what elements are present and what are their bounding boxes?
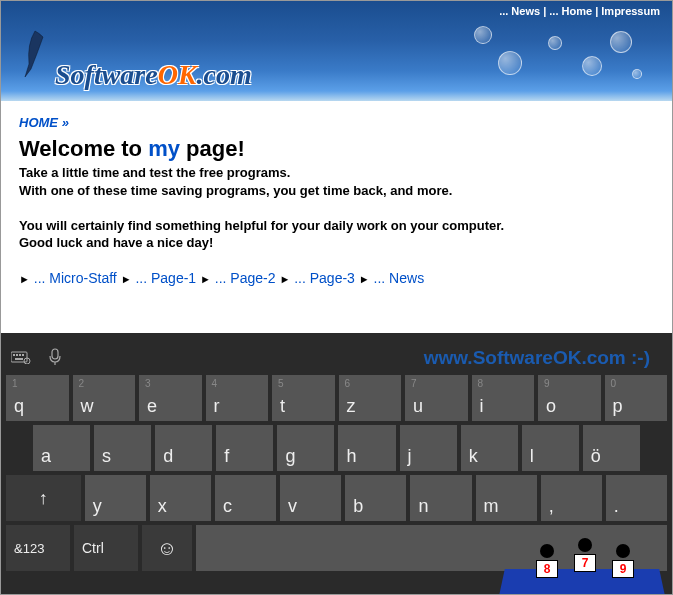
score-card: 8 xyxy=(536,560,558,578)
key-.[interactable]: . xyxy=(606,475,667,521)
key-u[interactable]: 7u xyxy=(405,375,468,421)
key-v[interactable]: v xyxy=(280,475,341,521)
key-p[interactable]: 0p xyxy=(605,375,668,421)
score-judges: 8 7 9 xyxy=(528,538,642,594)
score-card: 7 xyxy=(574,554,596,572)
key-c[interactable]: c xyxy=(215,475,276,521)
judge: 7 xyxy=(566,538,604,588)
page-title: Welcome to my page! xyxy=(19,136,654,162)
keyboard-settings-icon[interactable] xyxy=(11,350,31,364)
nav-link-page1[interactable]: ... Page-1 xyxy=(135,270,196,286)
key-h[interactable]: h xyxy=(338,425,395,471)
nav-link-page2[interactable]: ... Page-2 xyxy=(215,270,276,286)
key-n[interactable]: n xyxy=(410,475,471,521)
logo-text: SoftwareOK.com xyxy=(55,59,252,91)
key-symbols[interactable]: &123 xyxy=(6,525,70,571)
key-ö[interactable]: ö xyxy=(583,425,640,471)
arrow-icon: ► xyxy=(121,273,132,285)
top-links: ... News | ... Home | Impressum xyxy=(499,5,660,17)
microphone-icon[interactable] xyxy=(49,348,61,366)
svg-rect-7 xyxy=(52,349,58,359)
arrow-icon: ► xyxy=(359,273,370,285)
key-l[interactable]: l xyxy=(522,425,579,471)
key-f[interactable]: f xyxy=(216,425,273,471)
svg-rect-3 xyxy=(19,354,21,356)
key-shift[interactable]: ↑ xyxy=(6,475,81,521)
key-w[interactable]: 2w xyxy=(73,375,136,421)
url-watermark: www.SoftwareOK.com :-) xyxy=(424,347,650,369)
intro-line: Good luck and have a nice day! xyxy=(19,234,654,252)
key-emoji[interactable]: ☺ xyxy=(142,525,192,571)
key-r[interactable]: 4r xyxy=(206,375,269,421)
key-m[interactable]: m xyxy=(476,475,537,521)
key-,[interactable]: , xyxy=(541,475,602,521)
bubble-decoration xyxy=(498,51,522,75)
top-link-impressum[interactable]: Impressum xyxy=(601,5,660,17)
breadcrumb: HOME » xyxy=(19,115,654,130)
site-logo[interactable]: SoftwareOK.com xyxy=(19,41,252,91)
bubble-decoration xyxy=(582,56,602,76)
bubble-decoration xyxy=(610,31,632,53)
intro-line: Take a little time and test the free pro… xyxy=(19,164,654,182)
arrow-icon: ► xyxy=(19,273,30,285)
page-content: HOME » Welcome to my page! Take a little… xyxy=(1,101,672,333)
intro-line: With one of these time saving programs, … xyxy=(19,182,654,200)
onscreen-keyboard: www.SoftwareOK.com :-) 1q2w3e4r5t6z7u8i9… xyxy=(1,333,672,595)
score-card: 9 xyxy=(612,560,634,578)
key-g[interactable]: g xyxy=(277,425,334,471)
key-s[interactable]: s xyxy=(94,425,151,471)
key-d[interactable]: d xyxy=(155,425,212,471)
key-e[interactable]: 3e xyxy=(139,375,202,421)
intro-text: Take a little time and test the free pro… xyxy=(19,164,654,252)
arrow-icon: ► xyxy=(200,273,211,285)
key-j[interactable]: j xyxy=(400,425,457,471)
key-b[interactable]: b xyxy=(345,475,406,521)
key-a[interactable]: a xyxy=(33,425,90,471)
header-banner: ... News | ... Home | Impressum Software… xyxy=(1,1,672,101)
nav-link-page3[interactable]: ... Page-3 xyxy=(294,270,355,286)
nav-link-microstaff[interactable]: ... Micro-Staff xyxy=(34,270,117,286)
bubble-decoration xyxy=(474,26,492,44)
svg-rect-2 xyxy=(16,354,18,356)
page-nav: ► ... Micro-Staff ► ... Page-1 ► ... Pag… xyxy=(19,270,654,286)
key-k[interactable]: k xyxy=(461,425,518,471)
key-i[interactable]: 8i xyxy=(472,375,535,421)
key-ctrl[interactable]: Ctrl xyxy=(74,525,138,571)
key-y[interactable]: y xyxy=(85,475,146,521)
key-x[interactable]: x xyxy=(150,475,211,521)
key-o[interactable]: 9o xyxy=(538,375,601,421)
svg-rect-5 xyxy=(15,358,23,360)
feather-icon xyxy=(19,29,51,79)
breadcrumb-sep: » xyxy=(62,115,69,130)
keyboard-row-2: asdfghjklö xyxy=(1,425,672,471)
top-link-home[interactable]: ... Home xyxy=(549,5,592,17)
bubble-decoration xyxy=(548,36,562,50)
intro-line: You will certainly find something helpfu… xyxy=(19,217,654,235)
bubble-decoration xyxy=(632,69,642,79)
top-link-news[interactable]: ... News xyxy=(499,5,540,17)
breadcrumb-home[interactable]: HOME xyxy=(19,115,58,130)
keyboard-row-3: ↑yxcvbnm,. xyxy=(1,475,672,521)
judge: 9 xyxy=(604,544,642,594)
nav-link-news[interactable]: ... News xyxy=(374,270,425,286)
judge: 8 xyxy=(528,544,566,594)
svg-rect-4 xyxy=(22,354,24,356)
keyboard-row-1: 1q2w3e4r5t6z7u8i9o0p xyxy=(1,375,672,421)
key-q[interactable]: 1q xyxy=(6,375,69,421)
svg-rect-1 xyxy=(13,354,15,356)
arrow-icon: ► xyxy=(279,273,290,285)
key-z[interactable]: 6z xyxy=(339,375,402,421)
svg-rect-0 xyxy=(11,352,27,362)
key-t[interactable]: 5t xyxy=(272,375,335,421)
